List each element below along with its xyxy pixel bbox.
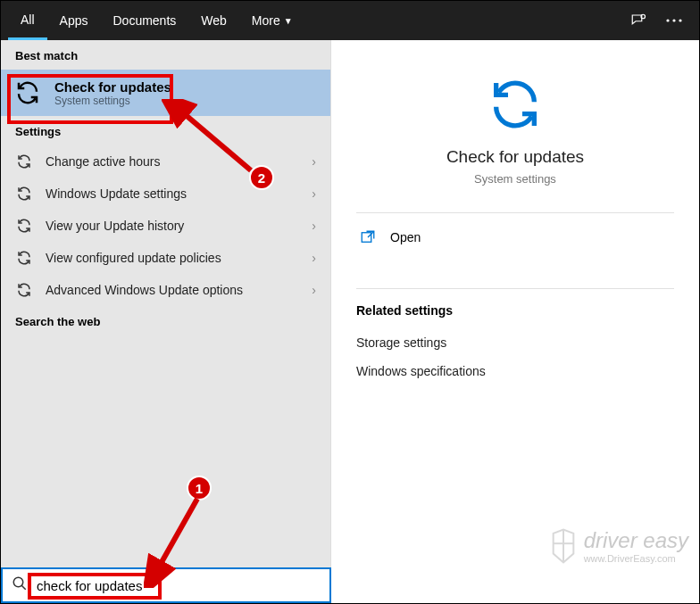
tab-label: All bbox=[21, 12, 35, 27]
refresh-icon bbox=[15, 249, 33, 267]
search-web-header: Search the web bbox=[1, 306, 330, 335]
tab-label: Web bbox=[201, 13, 227, 28]
search-input[interactable] bbox=[37, 578, 321, 593]
tab-more[interactable]: More ▼ bbox=[239, 1, 305, 40]
open-icon bbox=[360, 229, 376, 245]
refresh-icon bbox=[15, 281, 33, 299]
divider bbox=[356, 288, 674, 289]
related-label: Windows specifications bbox=[356, 364, 486, 378]
svg-point-5 bbox=[13, 577, 23, 587]
chevron-right-icon: › bbox=[312, 283, 316, 297]
best-match-header: Best match bbox=[1, 40, 330, 70]
settings-header: Settings bbox=[1, 116, 330, 145]
svg-point-3 bbox=[679, 19, 681, 21]
best-match-title: Check for updates bbox=[54, 79, 171, 95]
detail-refresh-icon bbox=[356, 58, 674, 133]
best-match-result[interactable]: Check for updates System settings bbox=[1, 70, 330, 116]
tab-label: Documents bbox=[112, 13, 176, 28]
svg-line-6 bbox=[21, 585, 26, 590]
detail-title: Check for updates bbox=[356, 147, 674, 167]
setting-label: View your Update history bbox=[46, 219, 299, 233]
chevron-right-icon: › bbox=[312, 154, 316, 169]
feedback-icon[interactable] bbox=[621, 1, 656, 40]
refresh-icon bbox=[15, 217, 33, 235]
chevron-right-icon: › bbox=[312, 186, 316, 201]
tab-label: More bbox=[252, 13, 280, 28]
tab-web[interactable]: Web bbox=[188, 1, 239, 40]
setting-label: Windows Update settings bbox=[46, 186, 299, 201]
filter-tabs-bar: All Apps Documents Web More ▼ bbox=[1, 1, 699, 40]
more-options-icon[interactable] bbox=[656, 1, 692, 40]
refresh-icon bbox=[15, 185, 33, 203]
open-label: Open bbox=[390, 230, 421, 244]
tab-all[interactable]: All bbox=[8, 1, 47, 40]
detail-pane: Check for updates System settings Open R… bbox=[331, 40, 699, 569]
search-icon bbox=[12, 575, 28, 595]
refresh-icon bbox=[13, 79, 42, 107]
svg-rect-4 bbox=[362, 233, 371, 243]
tab-apps[interactable]: Apps bbox=[47, 1, 101, 40]
svg-point-1 bbox=[666, 19, 669, 21]
related-storage-settings[interactable]: Storage settings bbox=[356, 328, 674, 357]
setting-item-advanced-options[interactable]: Advanced Windows Update options › bbox=[1, 274, 330, 306]
tab-label: Apps bbox=[60, 13, 88, 28]
refresh-icon bbox=[15, 153, 33, 170]
chevron-down-icon: ▼ bbox=[284, 16, 293, 26]
setting-label: Advanced Windows Update options bbox=[46, 283, 299, 297]
setting-item-update-policies[interactable]: View configured update policies › bbox=[1, 242, 330, 274]
related-label: Storage settings bbox=[356, 335, 446, 350]
setting-item-active-hours[interactable]: Change active hours › bbox=[1, 145, 330, 178]
detail-subtitle: System settings bbox=[356, 172, 674, 186]
setting-label: Change active hours bbox=[46, 154, 299, 169]
search-bar[interactable] bbox=[1, 567, 331, 603]
svg-point-2 bbox=[672, 19, 675, 21]
setting-item-update-settings[interactable]: Windows Update settings › bbox=[1, 178, 330, 210]
results-pane: Best match Check for updates System sett… bbox=[1, 40, 331, 569]
chevron-right-icon: › bbox=[312, 219, 316, 233]
best-match-subtitle: System settings bbox=[54, 95, 171, 107]
chevron-right-icon: › bbox=[312, 251, 316, 265]
setting-label: View configured update policies bbox=[46, 251, 299, 265]
related-heading: Related settings bbox=[356, 303, 674, 318]
open-action[interactable]: Open bbox=[356, 213, 674, 261]
tab-documents[interactable]: Documents bbox=[100, 1, 188, 40]
related-windows-specifications[interactable]: Windows specifications bbox=[356, 357, 674, 385]
setting-item-update-history[interactable]: View your Update history › bbox=[1, 210, 330, 242]
